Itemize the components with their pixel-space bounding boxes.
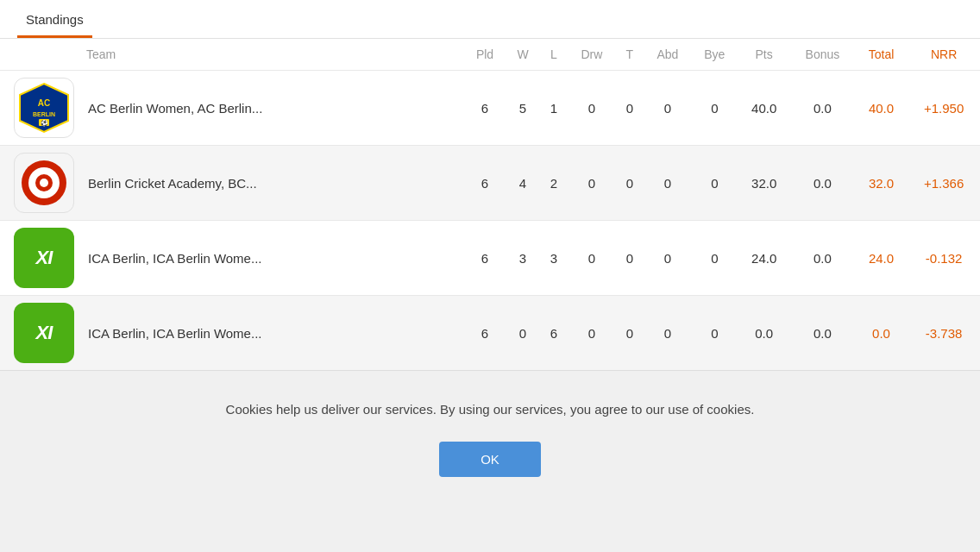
- cell-bye: 0: [691, 71, 738, 146]
- cell-pts: 24.0: [738, 221, 790, 296]
- standings-table: Team Pld W L Drw T Abd Bye Pts Bonus Tot…: [0, 39, 980, 370]
- team-logo-xi: XI: [14, 303, 74, 363]
- team-cell: XIICA Berlin, ICA Berlin Wome...: [0, 221, 464, 296]
- team-name: Berlin Cricket Academy, BC...: [88, 176, 257, 191]
- cell-drw: 0: [568, 221, 615, 296]
- cell-bonus: 0.0: [790, 146, 855, 221]
- cell-l: 6: [540, 296, 569, 371]
- team-name: ICA Berlin, ICA Berlin Wome...: [88, 251, 261, 266]
- cell-l: 1: [540, 71, 569, 146]
- col-header-pld: Pld: [464, 39, 506, 71]
- team-cell: Berlin Cricket Academy, BC...: [0, 146, 464, 221]
- team-name: ICA Berlin, ICA Berlin Wome...: [88, 326, 261, 341]
- cell-drw: 0: [568, 71, 615, 146]
- cell-w: 3: [506, 221, 539, 296]
- cookie-ok-button[interactable]: OK: [439, 442, 541, 477]
- cell-w: 0: [506, 296, 539, 371]
- cell-w: 4: [506, 146, 539, 221]
- cell-pld: 6: [464, 296, 506, 371]
- cookie-banner: Cookies help us deliver our services. By…: [0, 370, 980, 511]
- col-header-bye: Bye: [691, 39, 738, 71]
- cell-drw: 0: [568, 296, 615, 371]
- col-header-pts: Pts: [738, 39, 790, 71]
- svg-point-9: [40, 179, 48, 187]
- tab-bar: Standings: [0, 0, 980, 39]
- cell-total: 32.0: [855, 146, 908, 221]
- cell-pts: 40.0: [738, 71, 790, 146]
- cookie-message: Cookies help us deliver our services. By…: [162, 398, 818, 421]
- cell-t: 0: [615, 71, 644, 146]
- cell-bye: 0: [691, 146, 738, 221]
- team-cell: AC BERLIN ⚽ AC Berlin Women, AC Berlin..…: [0, 71, 464, 146]
- col-header-team: Team: [0, 39, 464, 71]
- cell-pts: 0.0: [738, 296, 790, 371]
- cell-t: 0: [615, 296, 644, 371]
- cell-total: 0.0: [855, 296, 908, 371]
- svg-text:BERLIN: BERLIN: [33, 111, 55, 117]
- team-logo-xi: XI: [14, 228, 74, 288]
- team-logo: AC BERLIN ⚽: [14, 78, 74, 138]
- cell-abd: 0: [644, 296, 691, 371]
- main-container: Standings Team Pld W L Drw T Abd Bye Pts…: [0, 0, 980, 511]
- cell-pld: 6: [464, 71, 506, 146]
- col-header-total: Total: [855, 39, 908, 71]
- team-logo: [14, 153, 74, 213]
- cell-bonus: 0.0: [790, 221, 855, 296]
- col-header-w: W: [506, 39, 539, 71]
- table-row[interactable]: Berlin Cricket Academy, BC...642000032.0…: [0, 146, 980, 221]
- cell-bonus: 0.0: [790, 296, 855, 371]
- cell-t: 0: [615, 146, 644, 221]
- cell-l: 3: [540, 221, 569, 296]
- svg-text:AC: AC: [38, 98, 50, 108]
- cell-nrr: +1.366: [908, 146, 980, 221]
- cell-bye: 0: [691, 296, 738, 371]
- cell-nrr: -0.132: [908, 221, 980, 296]
- cell-l: 2: [540, 146, 569, 221]
- col-header-t: T: [615, 39, 644, 71]
- col-header-bonus: Bonus: [790, 39, 855, 71]
- standings-tab[interactable]: Standings: [17, 0, 92, 38]
- cell-pts: 32.0: [738, 146, 790, 221]
- table-header-row: Team Pld W L Drw T Abd Bye Pts Bonus Tot…: [0, 39, 980, 71]
- cell-abd: 0: [644, 221, 691, 296]
- cell-t: 0: [615, 221, 644, 296]
- cell-nrr: -3.738: [908, 296, 980, 371]
- table-row[interactable]: XIICA Berlin, ICA Berlin Wome...60600000…: [0, 296, 980, 371]
- col-header-l: L: [540, 39, 569, 71]
- col-header-abd: Abd: [644, 39, 691, 71]
- svg-text:⚽: ⚽: [41, 119, 48, 127]
- cell-drw: 0: [568, 146, 615, 221]
- team-name: AC Berlin Women, AC Berlin...: [88, 101, 262, 116]
- table-row[interactable]: AC BERLIN ⚽ AC Berlin Women, AC Berlin..…: [0, 71, 980, 146]
- cell-w: 5: [506, 71, 539, 146]
- team-cell: XIICA Berlin, ICA Berlin Wome...: [0, 296, 464, 371]
- cell-nrr: +1.950: [908, 71, 980, 146]
- cell-total: 40.0: [855, 71, 908, 146]
- table-row[interactable]: XIICA Berlin, ICA Berlin Wome...63300002…: [0, 221, 980, 296]
- cell-total: 24.0: [855, 221, 908, 296]
- cell-pld: 6: [464, 146, 506, 221]
- cell-abd: 0: [644, 71, 691, 146]
- cell-pld: 6: [464, 221, 506, 296]
- cell-bonus: 0.0: [790, 71, 855, 146]
- col-header-drw: Drw: [568, 39, 615, 71]
- cell-bye: 0: [691, 221, 738, 296]
- col-header-nrr: NRR: [908, 39, 980, 71]
- cell-abd: 0: [644, 146, 691, 221]
